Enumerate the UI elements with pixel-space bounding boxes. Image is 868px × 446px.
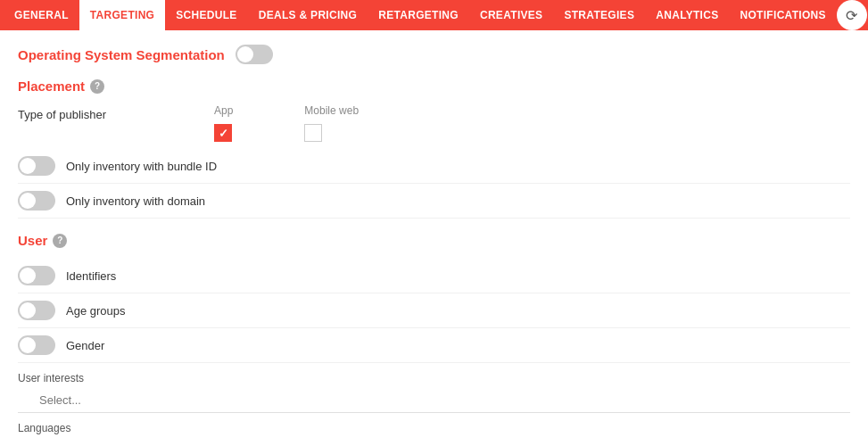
bundle-id-toggle[interactable] [18,156,55,176]
nav-item-strategies[interactable]: STRATEGIES [553,0,645,30]
os-segmentation-title: Operating System Segmentation [18,47,225,62]
identifiers-toggle-row: Identifiers [18,259,850,293]
nav-item-analytics[interactable]: ANALYTICS [645,0,729,30]
mobile-web-label: Mobile web [304,104,359,117]
nav-item-deals-pricing[interactable]: DEALS & PRICING [248,0,368,30]
identifiers-toggle[interactable] [18,266,55,285]
nav-item-notifications[interactable]: NOTIFICATIONS [730,0,837,30]
os-segmentation-row: Operating System Segmentation [18,45,850,64]
gender-toggle-row: Gender [18,328,850,363]
user-title: User ? [18,233,850,248]
domain-toggle[interactable] [18,191,55,211]
nav-item-schedule[interactable]: SCHEDULE [165,0,247,30]
languages-input[interactable] [18,436,850,446]
placement-help-icon[interactable]: ? [90,79,104,94]
bundle-id-toggle-row: Only inventory with bundle ID [18,149,850,184]
languages-label: Languages [18,422,850,434]
main-content: Operating System Segmentation Placement … [0,30,868,446]
top-navigation: GENERAL TARGETING SCHEDULE DEALS & PRICI… [0,0,868,30]
user-interests-label: User interests [18,372,850,384]
publisher-type-row: Type of publisher App Mobile web [18,104,850,142]
history-icon-button[interactable]: ⟳ [837,0,867,30]
app-label: App [214,104,233,117]
mobile-web-checkbox[interactable] [304,124,322,142]
gender-label: Gender [66,339,104,352]
placement-title-text: Placement [18,78,85,94]
placement-section: Placement ? Type of publisher App Mobile… [18,78,850,219]
nav-item-retargeting[interactable]: RETARGETING [368,0,469,30]
app-checkbox[interactable] [214,124,232,142]
os-segmentation-toggle[interactable] [236,45,273,64]
user-section: User ? Identifiers Age groups Gender Use… [18,233,850,446]
nav-right-icons: ⟳ ◑ [837,0,868,30]
user-title-text: User [18,233,47,248]
bundle-id-label: Only inventory with bundle ID [66,160,217,173]
mobile-web-col: Mobile web [304,104,359,142]
checkbox-group: App Mobile web [214,104,359,142]
nav-item-targeting[interactable]: TARGETING [79,0,165,30]
app-col: App [214,104,233,142]
identifiers-label: Identifiers [66,269,116,283]
user-interests-wrap: 🔍 [18,386,850,413]
gender-toggle[interactable] [18,335,55,355]
publisher-type-label: Type of publisher [18,104,214,121]
age-groups-label: Age groups [66,304,126,318]
age-groups-toggle[interactable] [18,301,55,320]
languages-wrap: 🔍 [18,436,850,446]
age-groups-toggle-row: Age groups [18,293,850,328]
placement-title: Placement ? [18,78,850,94]
domain-toggle-row: Only inventory with domain [18,184,850,219]
nav-item-creatives[interactable]: CREATIVES [469,0,554,30]
domain-label: Only inventory with domain [66,194,205,208]
nav-item-general[interactable]: GENERAL [4,0,79,30]
user-help-icon[interactable]: ? [53,234,67,248]
user-interests-input[interactable] [18,386,850,413]
history-icon: ⟳ [846,7,857,24]
